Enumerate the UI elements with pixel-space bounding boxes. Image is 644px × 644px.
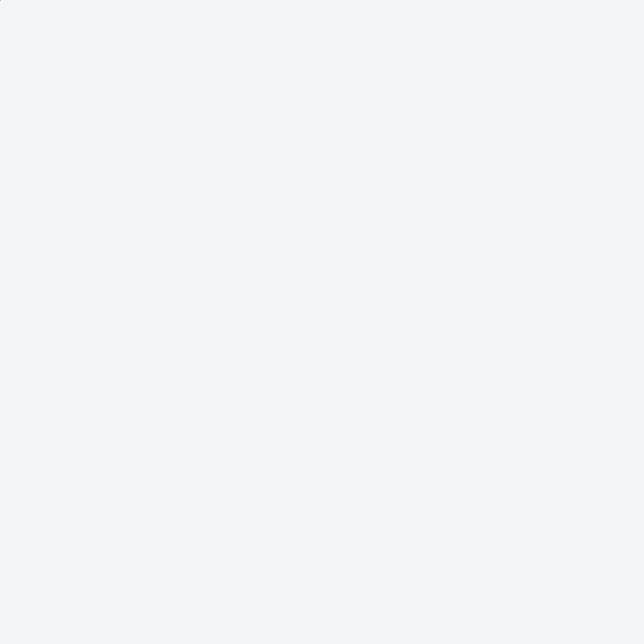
heatmap-chart bbox=[0, 0, 644, 644]
heatmap-grid bbox=[0, 0, 1, 1]
